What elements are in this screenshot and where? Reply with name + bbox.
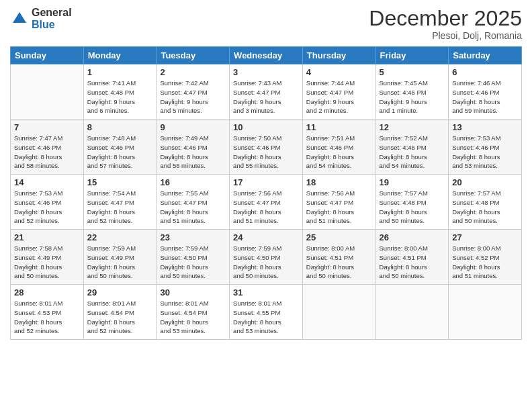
- day-info: Sunrise: 7:58 AM Sunset: 4:49 PM Dayligh…: [14, 244, 80, 281]
- day-number: 9: [160, 122, 226, 132]
- month-title: December 2025: [369, 7, 522, 30]
- calendar-cell: 31Sunrise: 8:01 AM Sunset: 4:55 PM Dayli…: [230, 285, 303, 340]
- calendar-cell: 13Sunrise: 7:53 AM Sunset: 4:46 PM Dayli…: [449, 120, 522, 175]
- day-info: Sunrise: 7:52 AM Sunset: 4:46 PM Dayligh…: [380, 134, 445, 171]
- day-info: Sunrise: 7:57 AM Sunset: 4:48 PM Dayligh…: [380, 189, 445, 226]
- week-row-2: 7Sunrise: 7:47 AM Sunset: 4:46 PM Daylig…: [11, 120, 522, 175]
- week-row-1: 1Sunrise: 7:41 AM Sunset: 4:48 PM Daylig…: [11, 64, 522, 120]
- location: Plesoi, Dolj, Romania: [369, 30, 522, 41]
- day-number: 1: [87, 67, 153, 77]
- day-number: 28: [14, 287, 80, 298]
- day-number: 12: [380, 122, 445, 132]
- day-info: Sunrise: 7:53 AM Sunset: 4:46 PM Dayligh…: [14, 189, 80, 226]
- weekday-header-row: Sunday Monday Tuesday Wednesday Thursday…: [11, 47, 522, 64]
- calendar-cell: 20Sunrise: 7:57 AM Sunset: 4:48 PM Dayli…: [449, 175, 522, 230]
- day-number: 20: [452, 177, 518, 187]
- week-row-3: 14Sunrise: 7:53 AM Sunset: 4:46 PM Dayli…: [11, 175, 522, 230]
- day-number: 5: [380, 67, 445, 77]
- day-number: 29: [87, 287, 153, 298]
- day-info: Sunrise: 7:59 AM Sunset: 4:50 PM Dayligh…: [233, 244, 299, 281]
- calendar-cell: 12Sunrise: 7:52 AM Sunset: 4:46 PM Dayli…: [375, 120, 449, 175]
- logo-blue-text: Blue: [32, 19, 72, 31]
- day-number: 10: [233, 122, 299, 132]
- day-info: Sunrise: 7:49 AM Sunset: 4:46 PM Dayligh…: [160, 134, 226, 171]
- header: General Blue December 2025 Plesoi, Dolj,…: [10, 7, 522, 41]
- day-number: 15: [87, 177, 153, 187]
- day-info: Sunrise: 7:56 AM Sunset: 4:47 PM Dayligh…: [306, 189, 372, 226]
- day-info: Sunrise: 8:00 AM Sunset: 4:51 PM Dayligh…: [306, 244, 372, 281]
- day-number: 22: [87, 232, 153, 242]
- day-info: Sunrise: 7:46 AM Sunset: 4:46 PM Dayligh…: [452, 79, 518, 116]
- calendar-cell: 19Sunrise: 7:57 AM Sunset: 4:48 PM Dayli…: [375, 175, 449, 230]
- day-info: Sunrise: 8:01 AM Sunset: 4:54 PM Dayligh…: [160, 299, 226, 336]
- day-info: Sunrise: 8:01 AM Sunset: 4:53 PM Dayligh…: [14, 299, 80, 336]
- calendar-cell: 9Sunrise: 7:49 AM Sunset: 4:46 PM Daylig…: [157, 120, 230, 175]
- day-info: Sunrise: 7:41 AM Sunset: 4:48 PM Dayligh…: [87, 79, 153, 116]
- day-info: Sunrise: 7:50 AM Sunset: 4:46 PM Dayligh…: [233, 134, 299, 171]
- calendar-cell: 26Sunrise: 8:00 AM Sunset: 4:51 PM Dayli…: [375, 230, 449, 285]
- day-info: Sunrise: 7:59 AM Sunset: 4:50 PM Dayligh…: [160, 244, 226, 281]
- calendar-cell: 23Sunrise: 7:59 AM Sunset: 4:50 PM Dayli…: [157, 230, 230, 285]
- week-row-5: 28Sunrise: 8:01 AM Sunset: 4:53 PM Dayli…: [11, 285, 522, 340]
- day-info: Sunrise: 7:54 AM Sunset: 4:47 PM Dayligh…: [87, 189, 153, 226]
- day-number: 24: [233, 232, 299, 242]
- calendar-cell: 22Sunrise: 7:59 AM Sunset: 4:49 PM Dayli…: [83, 230, 157, 285]
- page-container: General Blue December 2025 Plesoi, Dolj,…: [0, 0, 532, 347]
- header-tuesday: Tuesday: [157, 47, 230, 64]
- calendar-cell: 25Sunrise: 8:00 AM Sunset: 4:51 PM Dayli…: [302, 230, 375, 285]
- calendar-cell: 5Sunrise: 7:45 AM Sunset: 4:46 PM Daylig…: [375, 64, 449, 120]
- logo-general-text: General: [32, 7, 72, 19]
- day-info: Sunrise: 7:59 AM Sunset: 4:49 PM Dayligh…: [87, 244, 153, 281]
- day-number: 30: [160, 287, 226, 298]
- logo-icon: [10, 9, 29, 28]
- calendar-cell: 7Sunrise: 7:47 AM Sunset: 4:46 PM Daylig…: [11, 120, 84, 175]
- day-info: Sunrise: 7:47 AM Sunset: 4:46 PM Dayligh…: [14, 134, 80, 171]
- calendar-cell: 10Sunrise: 7:50 AM Sunset: 4:46 PM Dayli…: [230, 120, 303, 175]
- day-info: Sunrise: 7:43 AM Sunset: 4:47 PM Dayligh…: [233, 79, 299, 116]
- day-number: 25: [306, 232, 372, 242]
- day-info: Sunrise: 8:01 AM Sunset: 4:55 PM Dayligh…: [233, 299, 299, 336]
- header-friday: Friday: [375, 47, 449, 64]
- calendar-cell: 11Sunrise: 7:51 AM Sunset: 4:46 PM Dayli…: [302, 120, 375, 175]
- calendar-cell: [449, 285, 522, 340]
- day-info: Sunrise: 7:57 AM Sunset: 4:48 PM Dayligh…: [452, 189, 518, 226]
- day-number: 27: [452, 232, 518, 242]
- day-info: Sunrise: 7:55 AM Sunset: 4:47 PM Dayligh…: [160, 189, 226, 226]
- day-info: Sunrise: 8:00 AM Sunset: 4:52 PM Dayligh…: [452, 244, 518, 281]
- calendar-cell: 21Sunrise: 7:58 AM Sunset: 4:49 PM Dayli…: [11, 230, 84, 285]
- day-number: 13: [452, 122, 518, 132]
- header-sunday: Sunday: [11, 47, 84, 64]
- calendar-cell: 1Sunrise: 7:41 AM Sunset: 4:48 PM Daylig…: [83, 64, 157, 120]
- day-number: 19: [380, 177, 445, 187]
- day-info: Sunrise: 7:44 AM Sunset: 4:47 PM Dayligh…: [306, 79, 372, 116]
- calendar-cell: 24Sunrise: 7:59 AM Sunset: 4:50 PM Dayli…: [230, 230, 303, 285]
- calendar-cell: 29Sunrise: 8:01 AM Sunset: 4:54 PM Dayli…: [83, 285, 157, 340]
- day-info: Sunrise: 7:45 AM Sunset: 4:46 PM Dayligh…: [380, 79, 445, 116]
- logo: General Blue: [10, 7, 72, 30]
- calendar-cell: 16Sunrise: 7:55 AM Sunset: 4:47 PM Dayli…: [157, 175, 230, 230]
- day-number: 7: [14, 122, 80, 132]
- calendar-cell: 6Sunrise: 7:46 AM Sunset: 4:46 PM Daylig…: [449, 64, 522, 120]
- day-info: Sunrise: 7:42 AM Sunset: 4:47 PM Dayligh…: [160, 79, 226, 116]
- day-number: 21: [14, 232, 80, 242]
- header-thursday: Thursday: [302, 47, 375, 64]
- week-row-4: 21Sunrise: 7:58 AM Sunset: 4:49 PM Dayli…: [11, 230, 522, 285]
- day-number: 3: [233, 67, 299, 77]
- calendar-cell: [375, 285, 449, 340]
- day-number: 31: [233, 287, 299, 298]
- day-number: 16: [160, 177, 226, 187]
- calendar-cell: 14Sunrise: 7:53 AM Sunset: 4:46 PM Dayli…: [11, 175, 84, 230]
- calendar-cell: [302, 285, 375, 340]
- day-info: Sunrise: 8:00 AM Sunset: 4:51 PM Dayligh…: [380, 244, 445, 281]
- calendar: Sunday Monday Tuesday Wednesday Thursday…: [10, 46, 522, 340]
- day-info: Sunrise: 7:48 AM Sunset: 4:46 PM Dayligh…: [87, 134, 153, 171]
- calendar-cell: [11, 64, 84, 120]
- day-info: Sunrise: 7:56 AM Sunset: 4:47 PM Dayligh…: [233, 189, 299, 226]
- day-number: 18: [306, 177, 372, 187]
- calendar-cell: 4Sunrise: 7:44 AM Sunset: 4:47 PM Daylig…: [302, 64, 375, 120]
- header-saturday: Saturday: [449, 47, 522, 64]
- title-section: December 2025 Plesoi, Dolj, Romania: [369, 7, 522, 41]
- logo-text: General Blue: [32, 7, 72, 30]
- day-number: 26: [380, 232, 445, 242]
- calendar-cell: 18Sunrise: 7:56 AM Sunset: 4:47 PM Dayli…: [302, 175, 375, 230]
